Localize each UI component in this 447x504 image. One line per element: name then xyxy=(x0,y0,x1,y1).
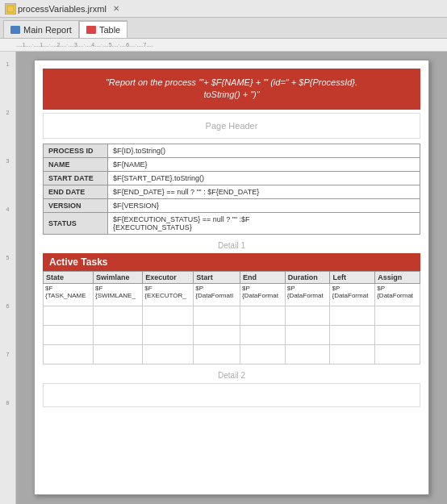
field-value-0: $F{ID}.toString() xyxy=(108,144,420,157)
title-band: "Report on the process '"+ $F{NAME} + "'… xyxy=(43,69,420,110)
empty-cell xyxy=(330,306,375,325)
field-label-3: End date xyxy=(44,185,108,198)
empty-cell xyxy=(285,306,330,325)
tab-main-report[interactable]: Main Report xyxy=(3,20,79,38)
task-swimlane: $F{SWIMLANE_ xyxy=(94,283,143,306)
col-duration: Duration xyxy=(285,271,330,283)
empty-cell xyxy=(285,344,330,364)
empty-cell xyxy=(375,306,420,325)
window-title: processVariables.jrxml xyxy=(18,4,107,14)
field-value-3: $F{END_DATE} == null ? "" : $F{END_DATE} xyxy=(108,185,420,198)
left-margin: 1 2 3 4 5 6 7 8 xyxy=(0,52,16,504)
empty-cell xyxy=(44,325,94,344)
empty-cell xyxy=(143,306,194,325)
col-executor: Executor xyxy=(143,271,194,283)
margin-8: 8 xyxy=(0,398,15,447)
field-label-1: Name xyxy=(44,157,108,171)
field-value-2: $F{START_DATE}.toString() xyxy=(108,171,420,185)
detail2-label: Detail 2 xyxy=(43,368,420,383)
ruler-text: ....1....·....1....·....2....·....3....·… xyxy=(16,42,152,48)
empty-cell xyxy=(143,325,194,344)
table-row: Version $F{VERSION} xyxy=(44,198,420,212)
task-start: $P{DataFormatl xyxy=(194,283,240,306)
col-state: State xyxy=(44,271,94,283)
task-left: $P{DataFormat xyxy=(330,283,375,306)
margin-1: 1 xyxy=(0,60,15,108)
detail1-label: Detail 1 xyxy=(43,238,420,253)
tasks-empty-row-2 xyxy=(44,325,420,344)
main-report-icon xyxy=(10,26,20,34)
tab-table[interactable]: Table xyxy=(79,20,127,38)
task-duration: $P{DataFormat xyxy=(285,283,330,306)
detail-fields-table: PROCESS ID $F{ID}.toString() Name $F{NAM… xyxy=(43,144,420,235)
field-value-1: $F{NAME} xyxy=(108,157,420,171)
page-header-label: Page Header xyxy=(206,121,258,131)
table-row: Name $F{NAME} xyxy=(44,157,420,171)
table-row: Start date $F{START_DATE}.toString() xyxy=(44,171,420,185)
table-row: Status $F{EXECUTION_STATUS} == null ? ""… xyxy=(44,212,420,234)
col-end: End xyxy=(240,271,285,283)
svg-rect-0 xyxy=(7,6,14,12)
empty-cell xyxy=(330,325,375,344)
empty-cell xyxy=(240,325,285,344)
empty-cell xyxy=(375,325,420,344)
table-row: End date $F{END_DATE} == null ? "" : $F{… xyxy=(44,185,420,198)
empty-cell xyxy=(194,325,240,344)
ruler: ....1....·....1....·....2....·....3....·… xyxy=(0,39,447,52)
empty-cell xyxy=(240,306,285,325)
empty-cell xyxy=(94,325,143,344)
field-label-0: PROCESS ID xyxy=(44,144,108,157)
tasks-empty-row-3 xyxy=(44,344,420,364)
table-icon xyxy=(86,26,96,34)
editor-area: 1 2 3 4 5 6 7 8 "Report on the process '… xyxy=(0,52,447,504)
empty-cell xyxy=(44,306,94,325)
tasks-header-row: State Swimlane Executor Start End Durati… xyxy=(44,271,420,283)
title-text: "Report on the process '"+ $F{NAME} + "'… xyxy=(106,77,357,99)
task-executor: $F{EXECUTOR_ xyxy=(143,283,194,306)
empty-cell xyxy=(194,306,240,325)
page-header-area: Page Header xyxy=(43,113,420,139)
empty-cell xyxy=(375,344,420,364)
empty-cell xyxy=(94,306,143,325)
col-assign: Assign xyxy=(375,271,420,283)
report-page: "Report on the process '"+ $F{NAME} + "'… xyxy=(34,60,429,495)
margin-7: 7 xyxy=(0,350,15,398)
field-value-5: $F{EXECUTION_STATUS} == null ? "" :$F{EX… xyxy=(108,212,420,234)
bottom-grid xyxy=(43,383,420,407)
table-row: PROCESS ID $F{ID}.toString() xyxy=(44,144,420,157)
tab-main-report-label: Main Report xyxy=(23,25,72,35)
file-icon xyxy=(5,3,16,15)
margin-2: 2 xyxy=(0,108,15,156)
field-label-2: Start date xyxy=(44,171,108,185)
margin-6: 6 xyxy=(0,302,15,350)
tasks-table: State Swimlane Executor Start End Durati… xyxy=(43,271,420,364)
empty-cell xyxy=(330,344,375,364)
tab-bar: Main Report Table xyxy=(0,18,447,39)
close-button[interactable]: ✕ xyxy=(113,4,119,13)
canvas[interactable]: "Report on the process '"+ $F{NAME} + "'… xyxy=(16,52,447,504)
task-end: $P{DataFormat xyxy=(240,283,285,306)
empty-cell xyxy=(143,344,194,364)
active-tasks-header: Active Tasks xyxy=(43,253,420,271)
empty-cell xyxy=(194,344,240,364)
col-left: Left xyxy=(330,271,375,283)
task-state: $F{TASK_NAME xyxy=(44,283,94,306)
margin-3: 3 xyxy=(0,156,15,205)
tab-table-label: Table xyxy=(99,25,120,35)
empty-cell xyxy=(94,344,143,364)
empty-cell xyxy=(44,344,94,364)
tasks-empty-row-1 xyxy=(44,306,420,325)
empty-cell xyxy=(285,325,330,344)
top-bar: processVariables.jrxml ✕ xyxy=(0,0,447,18)
margin-5: 5 xyxy=(0,253,15,302)
tasks-data-row: $F{TASK_NAME $F{SWIMLANE_ $F{EXECUTOR_ $… xyxy=(44,283,420,306)
col-swimlane: Swimlane xyxy=(94,271,143,283)
field-value-4: $F{VERSION} xyxy=(108,198,420,212)
field-label-5: Status xyxy=(44,212,108,234)
col-start: Start xyxy=(194,271,240,283)
empty-cell xyxy=(240,344,285,364)
margin-4: 4 xyxy=(0,205,15,253)
task-assign: $P{DataFormat xyxy=(375,283,420,306)
field-label-4: Version xyxy=(44,198,108,212)
